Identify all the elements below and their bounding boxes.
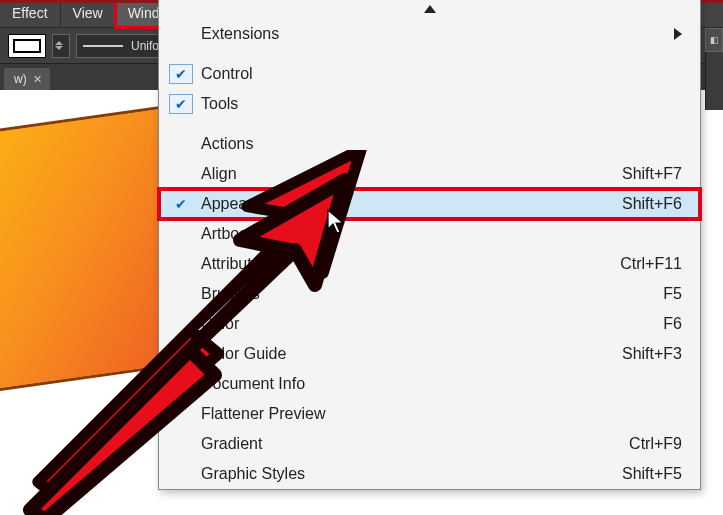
menu-item-shortcut: Shift+F3 — [622, 345, 682, 363]
dock-panel-toggle[interactable]: ◧ — [705, 28, 723, 52]
checkmark-slot — [169, 284, 193, 304]
menu-item-flattener-preview[interactable]: Flattener Preview — [159, 399, 700, 429]
checkmark-icon: ✔ — [169, 94, 193, 114]
chevron-up-icon — [55, 41, 63, 45]
menu-item-color-guide[interactable]: Color Guide Shift+F3 — [159, 339, 700, 369]
checkmark-slot — [169, 164, 193, 184]
menu-item-label: Graphic Styles — [201, 465, 622, 483]
checkmark-slot — [169, 434, 193, 454]
menu-item-label: Tools — [201, 95, 682, 113]
menu-item-shortcut: Shift+F7 — [622, 165, 682, 183]
menu-item-label: Control — [201, 65, 682, 83]
menu-item-appearance[interactable]: ✔ Appearance Shift+F6 — [159, 189, 700, 219]
checkmark-slot — [169, 374, 193, 394]
menu-item-label: Color — [201, 315, 663, 333]
checkmark-slot — [169, 224, 193, 244]
stroke-profile-preview-icon — [83, 45, 123, 47]
stroke-swatch[interactable] — [8, 34, 46, 58]
checkmark-slot — [169, 404, 193, 424]
menu-item-control[interactable]: ✔ Control — [159, 59, 700, 89]
menu-item-label: Artboards — [201, 225, 682, 243]
menu-item-label: Color Guide — [201, 345, 622, 363]
menu-item-shortcut: F6 — [663, 315, 682, 333]
document-tab[interactable]: w) ✕ — [4, 68, 50, 90]
menu-item-shortcut: Ctrl+F9 — [629, 435, 682, 453]
panel-icon: ◧ — [710, 35, 719, 45]
chevron-up-icon — [424, 5, 436, 13]
menu-item-artboards[interactable]: Artboards — [159, 219, 700, 249]
menu-item-document-info[interactable]: Document Info — [159, 369, 700, 399]
menu-view[interactable]: View — [61, 0, 116, 27]
menu-item-graphic-styles[interactable]: Graphic Styles Shift+F5 — [159, 459, 700, 489]
menu-item-label: Attributes — [201, 255, 620, 273]
checkmark-slot — [169, 254, 193, 274]
checkmark-slot — [169, 464, 193, 484]
menu-item-shortcut: Ctrl+F11 — [620, 255, 682, 273]
menu-item-label: Appearance — [201, 195, 622, 213]
document-tab-label: w) — [14, 72, 27, 86]
window-menu-dropdown: Extensions ✔ Control ✔ Tools Actions Ali… — [158, 0, 701, 490]
menu-item-shortcut: Shift+F6 — [622, 195, 682, 213]
menu-item-label: Flattener Preview — [201, 405, 682, 423]
stroke-weight-stepper[interactable] — [52, 34, 70, 58]
menu-item-label: Extensions — [201, 25, 674, 43]
stroke-inner-icon — [13, 39, 41, 53]
menu-item-shortcut: F5 — [663, 285, 682, 303]
menu-item-label: Gradient — [201, 435, 629, 453]
menu-item-gradient[interactable]: Gradient Ctrl+F9 — [159, 429, 700, 459]
menu-item-actions[interactable]: Actions — [159, 129, 700, 159]
chevron-down-icon — [55, 46, 63, 50]
checkmark-icon: ✔ — [169, 64, 193, 84]
menu-item-brushes[interactable]: Brushes F5 — [159, 279, 700, 309]
menu-item-align[interactable]: Align Shift+F7 — [159, 159, 700, 189]
checkmark-slot — [169, 344, 193, 364]
stepper-arrows[interactable] — [53, 35, 65, 57]
menu-item-label: Brushes — [201, 285, 663, 303]
menu-item-extensions[interactable]: Extensions — [159, 19, 700, 49]
menu-item-label: Document Info — [201, 375, 682, 393]
checkmark-slot — [169, 314, 193, 334]
close-icon[interactable]: ✕ — [33, 73, 42, 86]
menu-item-label: Align — [201, 165, 622, 183]
menu-item-shortcut: Shift+F5 — [622, 465, 682, 483]
menu-item-attributes[interactable]: Attributes Ctrl+F11 — [159, 249, 700, 279]
menu-scroll-up[interactable] — [159, 0, 700, 19]
checkmark-slot — [169, 24, 193, 44]
submenu-arrow-icon — [674, 28, 682, 40]
menu-item-color[interactable]: Color F6 — [159, 309, 700, 339]
checkmark-icon: ✔ — [169, 194, 193, 214]
checkmark-slot — [169, 134, 193, 154]
menu-item-tools[interactable]: ✔ Tools — [159, 89, 700, 119]
menu-effect[interactable]: Effect — [0, 0, 61, 27]
menu-item-label: Actions — [201, 135, 682, 153]
